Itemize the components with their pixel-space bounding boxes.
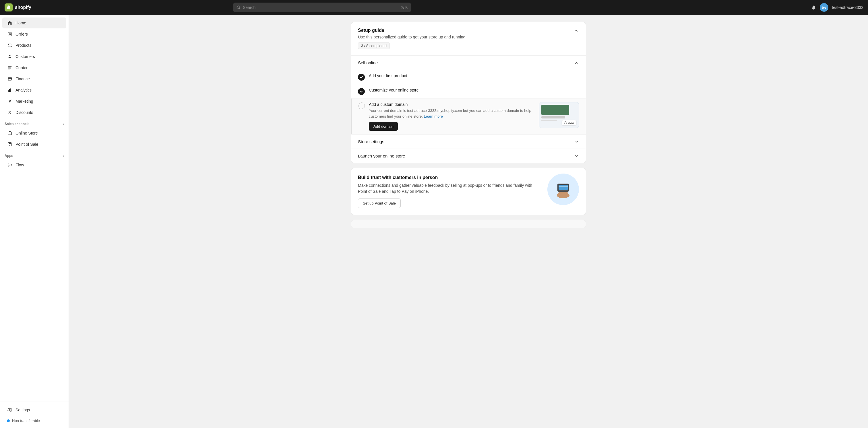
setup-pos-button[interactable]: Set up Point of Sale bbox=[358, 198, 401, 208]
flow-icon bbox=[7, 162, 12, 168]
launch-store-title: Launch your online store bbox=[358, 154, 405, 158]
expand-sales-channels-icon: › bbox=[63, 122, 64, 126]
checklist-item-custom-domain: Add a custom domain Your current domain … bbox=[351, 98, 586, 134]
add-domain-button[interactable]: Add domain bbox=[369, 122, 398, 131]
sidebar-footer: Settings Non-transferable bbox=[0, 402, 69, 428]
add-product-title: Add your first product bbox=[369, 73, 579, 78]
svg-rect-8 bbox=[8, 68, 11, 69]
products-icon bbox=[7, 42, 12, 48]
customers-icon bbox=[7, 54, 12, 59]
store-settings-section-header[interactable]: Store settings bbox=[351, 134, 586, 149]
sidebar-item-online-store[interactable]: Online Store bbox=[2, 128, 66, 138]
svg-point-28 bbox=[9, 409, 10, 410]
sidebar: Home Orders bbox=[0, 15, 69, 428]
svg-point-2 bbox=[9, 34, 9, 35]
sell-online-section-header[interactable]: Sell online bbox=[351, 55, 586, 70]
check-pending-icon bbox=[358, 102, 365, 109]
setup-guide-card: Setup guide Use this personalized guide … bbox=[351, 22, 586, 163]
checklist-item-add-product: Add your first product bbox=[351, 70, 586, 84]
sidebar-item-finance[interactable]: Finance bbox=[2, 73, 66, 84]
sidebar-item-marketing[interactable]: Marketing bbox=[2, 96, 66, 107]
apps-label[interactable]: Apps › bbox=[0, 150, 69, 159]
build-trust-title: Build trust with customers in person bbox=[358, 175, 534, 180]
sales-channels-label[interactable]: Sales channels › bbox=[0, 118, 69, 127]
learn-more-link[interactable]: Learn more bbox=[424, 114, 443, 119]
sidebar-item-orders[interactable]: Orders bbox=[2, 29, 66, 40]
build-trust-desc: Make connections and gather valuable fee… bbox=[358, 183, 534, 195]
sidebar-item-products[interactable]: Products bbox=[2, 40, 66, 51]
svg-point-22 bbox=[9, 145, 10, 146]
svg-rect-30 bbox=[559, 185, 568, 190]
sidebar-item-content[interactable]: Content bbox=[2, 62, 66, 73]
svg-point-24 bbox=[11, 164, 11, 165]
sidebar-nav: Home Orders bbox=[0, 15, 69, 402]
shopify-bag-icon bbox=[5, 3, 12, 11]
progress-badge: 3 / 8 completed bbox=[358, 42, 390, 50]
collapse-setup-guide-button[interactable] bbox=[573, 28, 579, 34]
svg-rect-7 bbox=[8, 67, 11, 68]
logo: shopify bbox=[5, 3, 31, 11]
setup-guide-header: Setup guide Use this personalized guide … bbox=[351, 22, 586, 55]
additional-card bbox=[351, 220, 586, 228]
svg-point-23 bbox=[8, 163, 9, 164]
settings-icon bbox=[7, 407, 12, 413]
topbar: shopify ⌘ K tes test-adtrace-3332 bbox=[0, 0, 868, 15]
analytics-icon bbox=[7, 87, 12, 93]
main-content: Setup guide Use this personalized guide … bbox=[69, 15, 868, 428]
logo-text: shopify bbox=[15, 5, 31, 10]
non-transferable-dot-icon bbox=[7, 419, 10, 422]
check-done-icon-2 bbox=[358, 88, 365, 95]
avatar[interactable]: tes bbox=[820, 3, 828, 12]
setup-guide-subtitle: Use this personalized guide to get your … bbox=[358, 35, 466, 39]
svg-point-17 bbox=[10, 113, 11, 113]
store-settings-title: Store settings bbox=[358, 139, 384, 144]
content-icon bbox=[7, 65, 12, 71]
sell-online-title: Sell online bbox=[358, 60, 378, 65]
sidebar-item-point-of-sale[interactable]: Point of Sale bbox=[2, 139, 66, 150]
orders-icon bbox=[7, 31, 12, 37]
domain-illustration: www bbox=[539, 102, 579, 128]
svg-rect-21 bbox=[9, 143, 11, 144]
svg-rect-34 bbox=[558, 192, 568, 196]
online-store-icon bbox=[7, 130, 12, 136]
svg-rect-9 bbox=[8, 69, 10, 69]
svg-line-26 bbox=[9, 164, 11, 165]
build-trust-card: Build trust with customers in person Mak… bbox=[351, 168, 586, 215]
sidebar-item-settings[interactable]: Settings bbox=[2, 404, 66, 416]
notifications-bell-icon[interactable] bbox=[811, 5, 816, 10]
sidebar-item-analytics[interactable]: Analytics bbox=[2, 85, 66, 96]
sidebar-item-discounts[interactable]: Discounts bbox=[2, 107, 66, 118]
search-bar[interactable]: ⌘ K bbox=[233, 3, 411, 12]
sidebar-item-customers[interactable]: Customers bbox=[2, 51, 66, 62]
svg-rect-14 bbox=[9, 89, 10, 92]
svg-line-27 bbox=[9, 165, 11, 166]
pos-illustration bbox=[539, 175, 579, 204]
marketing-icon bbox=[7, 98, 12, 104]
custom-domain-desc: Your current domain is test-adtrace-3332… bbox=[369, 108, 535, 119]
sidebar-item-flow[interactable]: Flow bbox=[2, 160, 66, 170]
svg-rect-32 bbox=[559, 186, 568, 187]
topbar-right: tes test-adtrace-3332 bbox=[811, 3, 863, 12]
svg-rect-19 bbox=[8, 132, 12, 135]
svg-point-25 bbox=[8, 166, 9, 167]
svg-rect-10 bbox=[8, 77, 12, 80]
pos-icon bbox=[7, 141, 12, 147]
setup-guide-title: Setup guide bbox=[358, 28, 466, 33]
svg-rect-15 bbox=[10, 88, 11, 92]
discounts-icon bbox=[7, 109, 12, 115]
launch-store-section-header[interactable]: Launch your online store bbox=[351, 149, 586, 163]
search-icon bbox=[237, 5, 241, 9]
search-input[interactable] bbox=[243, 5, 399, 10]
svg-rect-31 bbox=[559, 190, 568, 191]
expand-apps-icon: › bbox=[63, 154, 64, 158]
non-transferable[interactable]: Non-transferable bbox=[2, 416, 66, 426]
check-done-icon bbox=[358, 74, 365, 80]
launch-store-chevron-down-icon bbox=[575, 154, 579, 158]
svg-rect-6 bbox=[8, 66, 12, 67]
sidebar-item-home[interactable]: Home bbox=[2, 18, 66, 28]
svg-point-16 bbox=[9, 111, 9, 112]
svg-point-1 bbox=[9, 33, 9, 34]
custom-domain-title: Add a custom domain bbox=[369, 102, 535, 107]
search-shortcut: ⌘ K bbox=[401, 5, 408, 9]
svg-rect-0 bbox=[8, 32, 11, 36]
